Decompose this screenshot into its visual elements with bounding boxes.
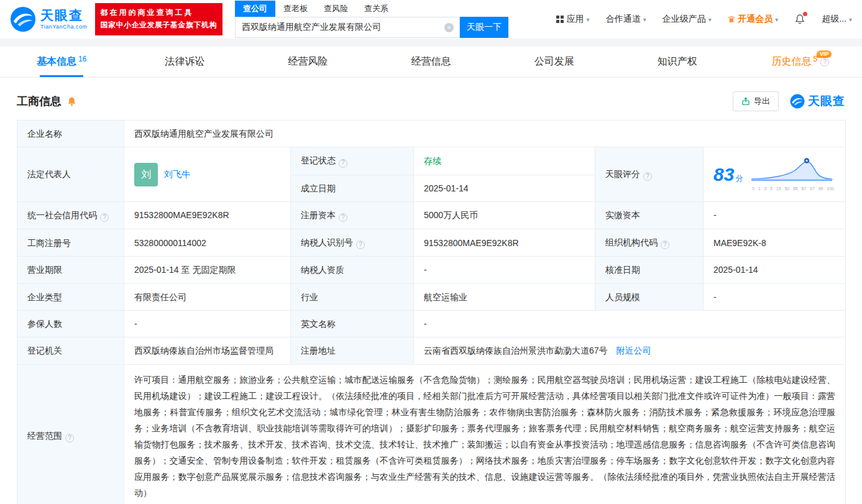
company-type-value: 有限责任公司 [124, 283, 291, 310]
industry-value: 航空运输业 [414, 283, 595, 310]
field-label: 登记机关 [17, 337, 124, 364]
search-tab-risk[interactable]: 查风险 [316, 1, 356, 17]
reg-status-value: 存续 [414, 147, 595, 175]
company-name-value: 西双版纳通用航空产业发展有限公司 [124, 121, 846, 147]
tab-operating-info[interactable]: 经营信息 [369, 47, 492, 77]
help-icon[interactable] [356, 241, 365, 249]
staff-size-value: - [704, 283, 846, 310]
score-chart-axis: 0135155065879799100 [751, 185, 835, 192]
score-value: 83分 [713, 161, 743, 188]
field-label: 注册资本 [291, 201, 414, 229]
row-reg-authority: 登记机关 西双版纳傣族自治州市场监督管理局 注册地址 云南省西双版纳傣族自治州景… [17, 337, 846, 364]
business-term-value: 2025-01-14 至 无固定期限 [124, 257, 291, 283]
address-text: 云南省西双版纳傣族自治州景洪市勐泐大道67号 [424, 346, 608, 355]
nav-apps[interactable]: 应用 ▾ [556, 14, 590, 25]
field-label: 营业期限 [17, 257, 124, 283]
top-header: 天眼查 TianYanCha.com 都在用的商业查询工具 国家中小企业发展子基… [0, 0, 862, 39]
tab-basic-info[interactable]: 基本信息 16 [0, 47, 123, 77]
row-credit-code: 统一社会信用代码 91532800MAE9E92K8R 注册资本 5000万人民… [17, 201, 846, 229]
approval-date-value: 2025-01-14 [704, 257, 846, 283]
field-label: 企业类型 [17, 283, 124, 310]
avatar[interactable]: 刘 [134, 163, 158, 186]
crown-icon: ♛ [728, 14, 736, 24]
search-box: × [235, 17, 460, 38]
field-label: 行业 [291, 283, 414, 310]
taxpayer-id-value: 91532800MAE9E92K8R [414, 229, 595, 257]
chevron-down-icon: ▾ [708, 16, 712, 23]
top-nav: 应用 ▾ 合作通道 ▾ 企业级产品 ▾ ♛ 开通会员 ▾ 超级... ▾ [556, 14, 852, 25]
search-tab-relation[interactable]: 查关系 [356, 1, 397, 17]
tab-legal-proceedings[interactable]: 法律诉讼 [123, 47, 246, 77]
tianyancha-logo-icon [10, 6, 36, 32]
help-icon[interactable] [820, 58, 829, 66]
field-label: 参保人数 [17, 310, 124, 337]
field-label: 纳税人识别号 [291, 229, 414, 257]
chevron-down-icon: ▾ [775, 16, 778, 23]
chevron-down-icon: ▾ [849, 16, 852, 23]
section-head: 工商信息 导出 天眼查 [17, 91, 845, 111]
nav-user[interactable]: 超级... ▾ [822, 14, 852, 25]
nav-apps-label: 应用 [567, 14, 584, 25]
field-label: 实缴资本 [595, 201, 704, 229]
legal-rep-link[interactable]: 刘飞牛 [164, 168, 190, 180]
header-divider [0, 39, 862, 47]
reg-number-value: 532800000114002 [124, 229, 291, 257]
paid-capital-value: - [704, 201, 846, 229]
help-icon[interactable] [661, 241, 669, 249]
nav-partner[interactable]: 合作通道 ▾ [606, 14, 646, 25]
score-chart: 0135155065879799100 [751, 157, 835, 191]
logo-domain: TianYanCha.com [40, 24, 88, 30]
export-icon [741, 97, 750, 106]
field-label: 注册地址 [291, 337, 414, 364]
tab-history-info[interactable]: VIP 历史信息 5 [739, 47, 862, 77]
tianyancha-logo[interactable]: 天眼查 TianYanCha.com [10, 6, 88, 32]
apps-grid-icon [556, 15, 564, 24]
field-label: 组织机构代码 [595, 229, 704, 257]
search-area: 查公司 查老板 查风险 查关系 × 天眼一下 [235, 1, 508, 38]
field-label: 法定代表人 [17, 147, 124, 202]
tab-operating-risk[interactable]: 经营风险 [246, 47, 369, 77]
nearby-companies-link[interactable]: 附近公司 [616, 346, 651, 355]
reg-authority-value: 西双版纳傣族自治州市场监督管理局 [124, 337, 291, 364]
field-label: 英文名称 [291, 310, 414, 337]
export-label: 导出 [754, 96, 770, 107]
field-label: 登记状态 [291, 147, 414, 175]
field-label: 企业名称 [17, 121, 124, 147]
tab-intellectual-property[interactable]: 知识产权 [616, 47, 739, 77]
page-tabs: 基本信息 16 法律诉讼 经营风险 经营信息 公司发展 知识产权 VIP 历史信… [0, 47, 862, 78]
help-icon[interactable] [643, 172, 652, 181]
export-button[interactable]: 导出 [733, 91, 779, 111]
insured-count-value: - [124, 310, 291, 337]
field-label: 天眼评分 [595, 147, 704, 202]
help-icon[interactable] [339, 159, 347, 168]
field-label: 核准日期 [595, 257, 704, 283]
promo-banner: 都在用的商业查询工具 国家中小企业发展子基金旗下机构 [95, 3, 223, 35]
search-input[interactable] [236, 17, 459, 37]
watermark-logo-icon [790, 94, 805, 109]
search-tabs: 查公司 查老板 查风险 查关系 [235, 1, 508, 17]
search-tab-company[interactable]: 查公司 [235, 1, 275, 17]
monitor-bell-icon[interactable] [66, 96, 77, 107]
nav-open-vip-label: 开通会员 [738, 14, 773, 25]
nav-enterprise[interactable]: 企业级产品 ▾ [663, 14, 712, 25]
nav-enterprise-label: 企业级产品 [663, 14, 706, 25]
search-button[interactable]: 天眼一下 [460, 17, 508, 38]
vip-badge: VIP [817, 50, 832, 58]
help-icon[interactable] [339, 213, 347, 222]
org-code-value: MAE9E92K-8 [704, 229, 846, 257]
search-tab-boss[interactable]: 查老板 [275, 1, 316, 17]
notification-bell[interactable] [794, 14, 805, 25]
promo-line-1: 都在用的商业查询工具 [101, 7, 218, 19]
reg-address-value: 云南省西双版纳傣族自治州景洪市勐泐大道67号 附近公司 [414, 337, 846, 364]
tab-company-development[interactable]: 公司发展 [493, 47, 616, 77]
legal-rep-cell: 刘 刘飞牛 [124, 147, 291, 202]
help-icon[interactable] [100, 213, 109, 222]
field-label: 工商注册号 [17, 229, 124, 257]
clear-search-icon[interactable]: × [444, 23, 454, 32]
help-icon[interactable] [65, 434, 74, 442]
watermark-logo: 天眼查 [790, 93, 845, 109]
row-legal-rep: 法定代表人 刘 刘飞牛 登记状态 存续 天眼评分 83分 [17, 147, 846, 175]
logo-name: 天眼查 [40, 9, 88, 22]
taxpayer-quality-value: - [414, 257, 595, 283]
nav-open-vip[interactable]: ♛ 开通会员 ▾ [728, 14, 779, 25]
